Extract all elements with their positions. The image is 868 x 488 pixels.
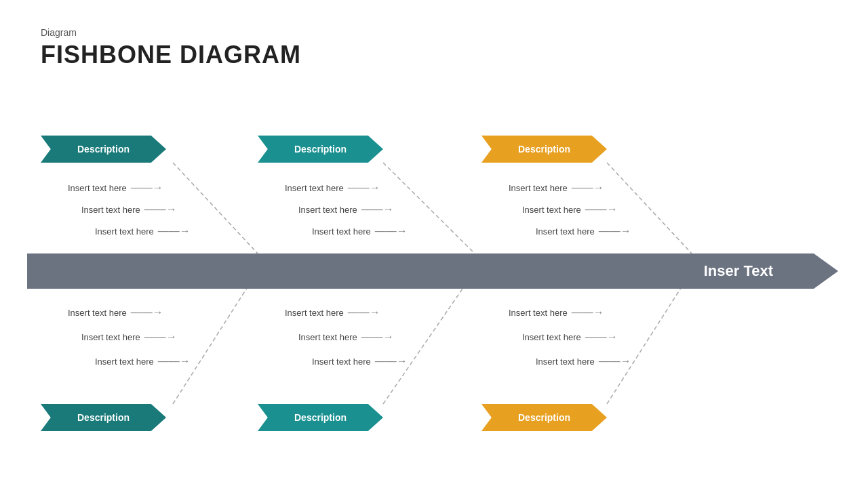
arrow-icon: ——→ [572, 182, 604, 194]
arrow-icon: ——→ [585, 331, 618, 343]
svg-line-0 [173, 163, 258, 253]
desc-bot-1: Description [41, 404, 166, 431]
arrow-icon: ——→ [348, 182, 380, 194]
top-col1-item3: Insert text here ——→ [95, 225, 191, 237]
bot-col2-item1: Insert text here ——→ [285, 306, 380, 319]
bot-col3-item1: Insert text here ——→ [509, 306, 604, 319]
svg-line-3 [173, 271, 258, 404]
top-col3-item2: Insert text here ——→ [522, 203, 618, 216]
desc-top-1: Description [41, 136, 166, 163]
spine: Inser Text [27, 253, 814, 289]
bot-col3-item2: Insert text here ——→ [522, 331, 618, 343]
top-col1-item2: Insert text here ——→ [81, 203, 177, 216]
bot-col2-item3: Insert text here ——→ [312, 355, 408, 367]
arrow-icon: ——→ [131, 182, 163, 194]
svg-line-4 [383, 271, 475, 404]
bot-col3-item3: Insert text here ——→ [536, 355, 631, 367]
bot-col1-item3: Insert text here ——→ [95, 355, 191, 367]
svg-line-5 [607, 271, 692, 404]
desc-top-3: Description [481, 136, 607, 163]
top-col2-item3: Insert text here ——→ [312, 225, 408, 237]
top-col1-item1: Insert text here ——→ [68, 182, 163, 194]
header: Diagram FISHBONE DIAGRAM [41, 27, 301, 69]
spine-label: Inser Text [704, 262, 814, 280]
arrow-icon: ——→ [361, 203, 394, 216]
svg-line-1 [383, 163, 475, 253]
arrow-icon: ——→ [361, 331, 394, 343]
arrow-icon: ——→ [572, 306, 604, 319]
arrow-icon: ——→ [375, 355, 408, 367]
top-col2-item1: Insert text here ——→ [285, 182, 380, 194]
arrow-icon: ——→ [585, 203, 618, 216]
arrow-icon: ——→ [158, 225, 191, 237]
bot-col1-item2: Insert text here ——→ [81, 331, 177, 343]
arrow-icon: ——→ [348, 306, 380, 319]
arrow-icon: ——→ [375, 225, 408, 237]
bot-col2-item2: Insert text here ——→ [298, 331, 394, 343]
top-col3-item3: Insert text here ——→ [536, 225, 631, 237]
arrow-icon: ——→ [144, 203, 177, 216]
desc-top-2: Description [258, 136, 383, 163]
top-col3-item1: Insert text here ——→ [509, 182, 604, 194]
arrow-icon: ——→ [599, 225, 631, 237]
header-subtitle: Diagram [41, 27, 301, 38]
arrow-icon: ——→ [144, 331, 177, 343]
arrow-icon: ——→ [131, 306, 163, 319]
top-col2-item2: Insert text here ——→ [298, 203, 394, 216]
arrow-icon: ——→ [158, 355, 191, 367]
desc-bot-2: Description [258, 404, 383, 431]
desc-bot-3: Description [481, 404, 607, 431]
svg-line-2 [607, 163, 692, 253]
header-title: FISHBONE DIAGRAM [41, 41, 301, 69]
bot-col1-item1: Insert text here ——→ [68, 306, 163, 319]
arrow-icon: ——→ [599, 355, 631, 367]
